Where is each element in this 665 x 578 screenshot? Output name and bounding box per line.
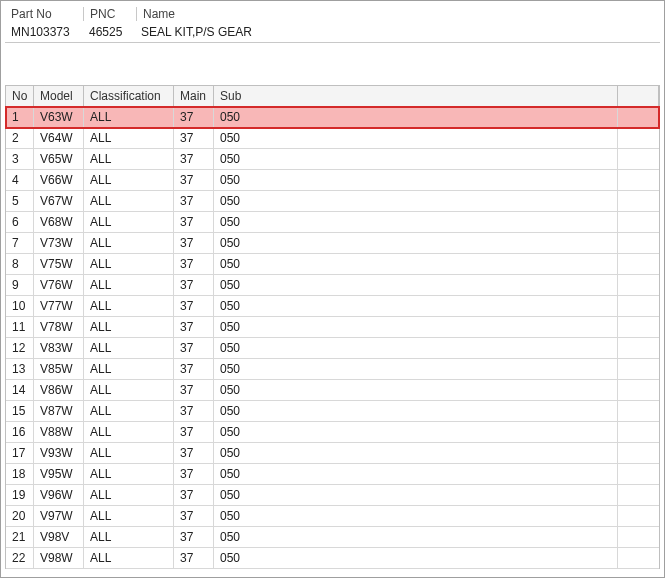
list-row[interactable]: 22V98WALL37050	[6, 548, 659, 569]
cell-spacer	[618, 548, 659, 568]
list-row[interactable]: 18V95WALL37050	[6, 464, 659, 485]
cell-sub: 050	[214, 506, 618, 526]
cell-classification: ALL	[84, 212, 174, 232]
list-row[interactable]: 3V65WALL37050	[6, 149, 659, 170]
cell-classification: ALL	[84, 128, 174, 148]
cell-main: 37	[174, 149, 214, 169]
cell-classification: ALL	[84, 506, 174, 526]
cell-sub: 050	[214, 128, 618, 148]
cell-no: 17	[6, 443, 34, 463]
cell-main: 37	[174, 275, 214, 295]
cell-spacer	[618, 128, 659, 148]
list-row[interactable]: 10V77WALL37050	[6, 296, 659, 317]
cell-no: 5	[6, 191, 34, 211]
cell-spacer	[618, 401, 659, 421]
cell-spacer	[618, 422, 659, 442]
list-row[interactable]: 20V97WALL37050	[6, 506, 659, 527]
cell-no: 19	[6, 485, 34, 505]
list-row[interactable]: 12V83WALL37050	[6, 338, 659, 359]
cell-classification: ALL	[84, 401, 174, 421]
cell-classification: ALL	[84, 548, 174, 568]
value-pnc: 46525	[83, 25, 135, 39]
cell-main: 37	[174, 170, 214, 190]
cell-spacer	[618, 464, 659, 484]
cell-no: 13	[6, 359, 34, 379]
cell-sub: 050	[214, 254, 618, 274]
cell-classification: ALL	[84, 359, 174, 379]
cell-sub: 050	[214, 191, 618, 211]
cell-spacer	[618, 191, 659, 211]
col-header-model[interactable]: Model	[34, 86, 84, 106]
list-row[interactable]: 11V78WALL37050	[6, 317, 659, 338]
list-row[interactable]: 15V87WALL37050	[6, 401, 659, 422]
cell-model: V87W	[34, 401, 84, 421]
cell-sub: 050	[214, 107, 618, 127]
list-row[interactable]: 19V96WALL37050	[6, 485, 659, 506]
cell-sub: 050	[214, 401, 618, 421]
cell-no: 10	[6, 296, 34, 316]
cell-main: 37	[174, 485, 214, 505]
list-row[interactable]: 17V93WALL37050	[6, 443, 659, 464]
cell-spacer	[618, 107, 659, 127]
part-info-header-row: Part No PNC Name	[5, 5, 660, 23]
cell-sub: 050	[214, 149, 618, 169]
list-row[interactable]: 8V75WALL37050	[6, 254, 659, 275]
list-row[interactable]: 4V66WALL37050	[6, 170, 659, 191]
cell-spacer	[618, 338, 659, 358]
list-row[interactable]: 13V85WALL37050	[6, 359, 659, 380]
cell-no: 3	[6, 149, 34, 169]
cell-sub: 050	[214, 296, 618, 316]
cell-sub: 050	[214, 359, 618, 379]
col-header-sub[interactable]: Sub	[214, 86, 618, 106]
cell-no: 21	[6, 527, 34, 547]
cell-main: 37	[174, 296, 214, 316]
parts-lookup-panel: Part No PNC Name MN103373 46525 SEAL KIT…	[0, 0, 665, 578]
part-info-value-row: MN103373 46525 SEAL KIT,P/S GEAR	[5, 23, 660, 41]
cell-no: 7	[6, 233, 34, 253]
cell-spacer	[618, 317, 659, 337]
applicability-list: No Model Classification Main Sub 1V63WAL…	[5, 85, 660, 569]
list-row[interactable]: 1V63WALL37050	[6, 107, 659, 128]
cell-model: V64W	[34, 128, 84, 148]
cell-model: V75W	[34, 254, 84, 274]
cell-main: 37	[174, 191, 214, 211]
cell-spacer	[618, 359, 659, 379]
cell-sub: 050	[214, 317, 618, 337]
cell-main: 37	[174, 443, 214, 463]
value-part-no: MN103373	[5, 25, 83, 39]
cell-no: 9	[6, 275, 34, 295]
cell-model: V96W	[34, 485, 84, 505]
cell-model: V66W	[34, 170, 84, 190]
list-row[interactable]: 7V73WALL37050	[6, 233, 659, 254]
cell-classification: ALL	[84, 233, 174, 253]
list-row[interactable]: 14V86WALL37050	[6, 380, 659, 401]
cell-spacer	[618, 212, 659, 232]
list-row[interactable]: 5V67WALL37050	[6, 191, 659, 212]
cell-model: V98V	[34, 527, 84, 547]
cell-sub: 050	[214, 338, 618, 358]
list-row[interactable]: 9V76WALL37050	[6, 275, 659, 296]
col-header-classification[interactable]: Classification	[84, 86, 174, 106]
list-row[interactable]: 21V98VALL37050	[6, 527, 659, 548]
cell-main: 37	[174, 401, 214, 421]
col-header-no[interactable]: No	[6, 86, 34, 106]
cell-spacer	[618, 380, 659, 400]
col-header-spacer	[618, 86, 659, 106]
cell-classification: ALL	[84, 464, 174, 484]
cell-no: 8	[6, 254, 34, 274]
cell-sub: 050	[214, 485, 618, 505]
col-header-main[interactable]: Main	[174, 86, 214, 106]
cell-model: V73W	[34, 233, 84, 253]
list-row[interactable]: 16V88WALL37050	[6, 422, 659, 443]
cell-no: 22	[6, 548, 34, 568]
list-row[interactable]: 2V64WALL37050	[6, 128, 659, 149]
cell-main: 37	[174, 527, 214, 547]
cell-sub: 050	[214, 548, 618, 568]
cell-model: V97W	[34, 506, 84, 526]
cell-model: V77W	[34, 296, 84, 316]
cell-spacer	[618, 233, 659, 253]
list-row[interactable]: 6V68WALL37050	[6, 212, 659, 233]
applicability-list-wrap: No Model Classification Main Sub 1V63WAL…	[5, 85, 660, 569]
cell-classification: ALL	[84, 485, 174, 505]
cell-model: V63W	[34, 107, 84, 127]
